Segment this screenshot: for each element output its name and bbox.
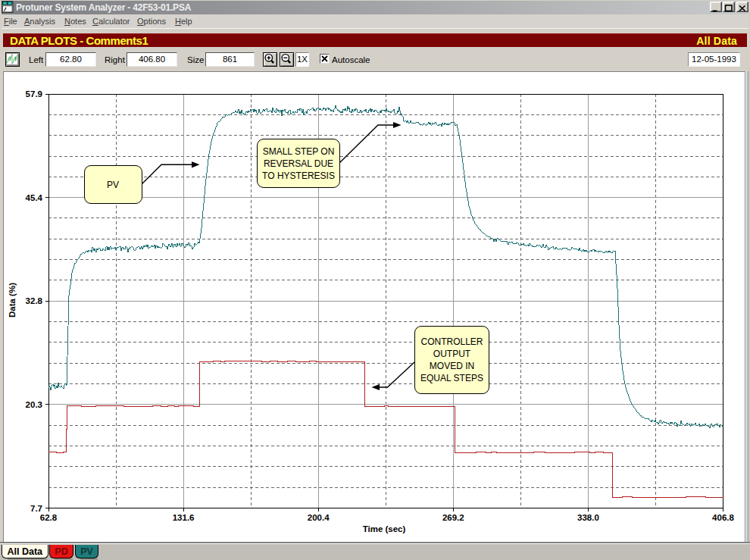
svg-text:57.9: 57.9	[26, 89, 42, 99]
svg-text:Data (%): Data (%)	[8, 283, 17, 318]
svg-text:62.8: 62.8	[40, 513, 58, 522]
svg-text:20.3: 20.3	[26, 400, 42, 409]
svg-text:269.2: 269.2	[442, 513, 464, 522]
svg-text:406.8: 406.8	[712, 513, 734, 522]
svg-text:7.7: 7.7	[30, 504, 42, 513]
svg-text:Time (sec): Time (sec)	[363, 524, 406, 533]
svg-text:338.0: 338.0	[577, 513, 599, 522]
svg-text:32.8: 32.8	[26, 296, 43, 305]
svg-text:45.4: 45.4	[26, 193, 43, 202]
svg-text:200.4: 200.4	[308, 513, 330, 522]
svg-text:131.6: 131.6	[173, 513, 195, 522]
